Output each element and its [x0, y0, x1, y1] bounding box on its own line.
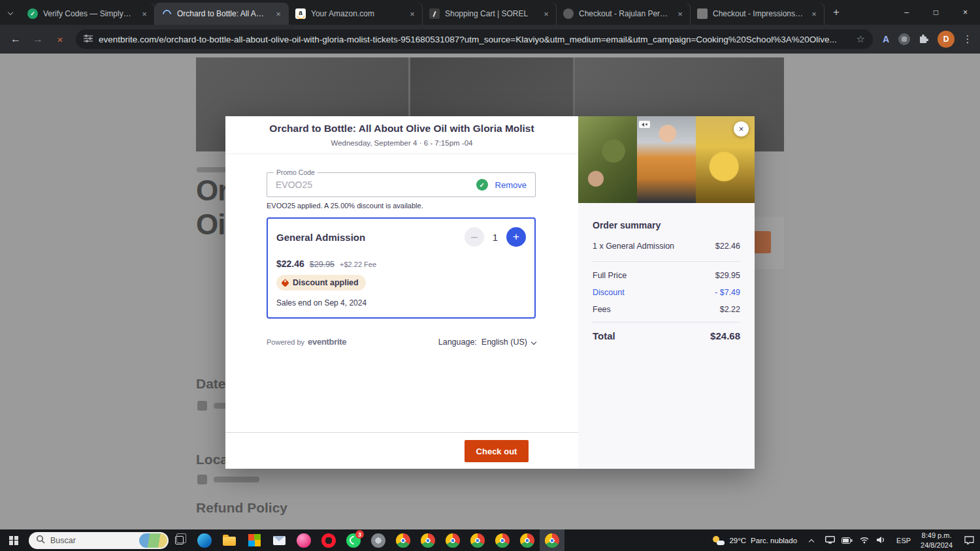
tab-title: Verify Codes — SimplyCodes: [43, 9, 134, 18]
tab-rajulan[interactable]: Checkout - Rajulan Perfumery ×: [557, 3, 691, 25]
chrome-icon: [421, 533, 435, 548]
tab-close-icon[interactable]: ×: [273, 8, 284, 19]
impressions-favicon: [697, 8, 708, 19]
chrome-icon: [545, 533, 559, 548]
system-tray: 29°C Parc. nublado ESP 8:49: [706, 529, 980, 551]
chevron-up-icon: [809, 539, 814, 544]
summary-divider: [593, 322, 740, 323]
line-item-value: $22.46: [715, 242, 740, 251]
search-label: Buscar: [50, 536, 76, 545]
modal-close-button[interactable]: ×: [734, 121, 749, 136]
promo-remove-link[interactable]: Remove: [495, 180, 527, 190]
ad-choices-icon[interactable]: [639, 121, 650, 128]
tabs: Verify Codes — SimplyCodes × Orchard to …: [21, 0, 825, 25]
taskbar-app-whatsapp[interactable]: 3: [341, 529, 366, 551]
stop-loading-button[interactable]: ×: [49, 28, 71, 50]
tab-close-icon[interactable]: ×: [139, 8, 150, 19]
action-center-button[interactable]: [958, 536, 980, 544]
taskbar-app-opera[interactable]: [316, 529, 341, 551]
bookmark-star-icon[interactable]: ☆: [857, 33, 865, 45]
tab-close-icon[interactable]: ×: [407, 8, 417, 19]
extensions-puzzle-icon[interactable]: [914, 34, 932, 44]
event-title: Orchard to Bottle: All About Olive Oil w…: [225, 123, 578, 134]
ticket-card: General Admission – 1 + $22.46 $29.95 +$…: [267, 217, 536, 319]
taskbar-app-gray[interactable]: [366, 529, 391, 551]
tray-volume-icon[interactable]: [876, 535, 886, 546]
row-label: Discount: [593, 288, 625, 297]
chrome-icon: [396, 533, 410, 548]
tab-strip: Verify Codes — SimplyCodes × Orchard to …: [0, 0, 980, 25]
screen: Verify Codes — SimplyCodes × Orchard to …: [0, 0, 980, 551]
new-tab-button[interactable]: +: [827, 3, 845, 22]
host-portrait-photo: [637, 116, 696, 203]
task-view-button[interactable]: [169, 529, 192, 551]
order-summary: Order summary 1 x General Admission $22.…: [578, 203, 755, 341]
language-selector[interactable]: Language: English (US): [438, 338, 536, 347]
tray-icons: [819, 535, 892, 546]
event-datetime: Wednesday, September 4 · 6 - 7:15pm -04: [225, 139, 578, 147]
tab-eventbrite-active[interactable]: Orchard to Bottle: All About Olive ×: [155, 3, 289, 25]
window-minimize-button[interactable]: –: [892, 0, 921, 25]
quantity-decrease-button[interactable]: –: [465, 227, 484, 247]
taskbar-app-store[interactable]: [242, 529, 267, 551]
checkout-button[interactable]: Check out: [465, 440, 529, 462]
microsoft-grid-icon: [248, 534, 261, 546]
promo-applied-check-icon: ✓: [476, 179, 488, 191]
url-text: eventbrite.com/e/orchard-to-bottle-all-a…: [99, 35, 851, 44]
powered-by: Powered by eventbrite: [267, 337, 346, 347]
promo-code-value: EVOO25: [276, 180, 476, 190]
taskbar-app-chrome-5[interactable]: [490, 529, 515, 551]
tab-search-button[interactable]: [0, 0, 21, 25]
start-button[interactable]: [0, 529, 27, 551]
taskbar-app-chrome-1[interactable]: [391, 529, 416, 551]
tab-sorel[interactable]: Shopping Cart | SOREL ×: [423, 3, 557, 25]
taskbar-search-box[interactable]: Buscar: [29, 532, 169, 549]
discounted-price: $22.46: [276, 259, 304, 269]
taskbar-clock[interactable]: 8:49 p.m. 24/8/2024: [915, 531, 958, 550]
extension-circle-icon[interactable]: [898, 33, 910, 45]
taskbar-app-photos[interactable]: [291, 529, 316, 551]
tray-battery-icon[interactable]: [841, 535, 853, 546]
tab-close-icon[interactable]: ×: [541, 8, 551, 19]
tab-close-icon[interactable]: ×: [675, 8, 685, 19]
tab-title: Checkout - Rajulan Perfumery: [579, 9, 670, 18]
quantity-increase-button[interactable]: +: [506, 227, 526, 247]
weather-icon: [713, 536, 725, 545]
summary-line-item: 1 x General Admission $22.46: [593, 242, 740, 251]
taskbar-app-chrome-4[interactable]: [465, 529, 490, 551]
taskbar-weather-widget[interactable]: 29°C Parc. nublado: [706, 536, 804, 545]
extension-a-icon[interactable]: A: [877, 31, 894, 48]
modal-body: Promo Code EVOO25 ✓ Remove EVOO25 applie…: [267, 154, 536, 347]
tag-icon: [281, 279, 289, 287]
tray-display-icon[interactable]: [825, 535, 835, 546]
quantity-stepper: – 1 +: [465, 227, 526, 247]
search-highlight-thumbnail: [139, 533, 167, 548]
taskbar-app-file-explorer[interactable]: [217, 529, 242, 551]
keyboard-language-indicator[interactable]: ESP: [892, 537, 915, 544]
browser-menu-icon[interactable]: ⋮: [960, 33, 975, 45]
tab-simplycodes[interactable]: Verify Codes — SimplyCodes ×: [21, 3, 155, 25]
window-maximize-button[interactable]: □: [921, 0, 951, 25]
site-settings-icon[interactable]: [84, 33, 93, 45]
chevron-down-icon: [8, 10, 13, 15]
tray-network-icon[interactable]: [859, 535, 870, 546]
loading-spinner-icon: [161, 8, 172, 20]
taskbar-app-chrome-3[interactable]: [440, 529, 465, 551]
rajulan-favicon: [563, 8, 574, 19]
tab-amazon[interactable]: Your Amazon.com ×: [289, 3, 423, 25]
taskbar-app-chrome-6[interactable]: [515, 529, 540, 551]
address-bar[interactable]: eventbrite.com/e/orchard-to-bottle-all-a…: [76, 29, 873, 49]
taskbar-app-edge[interactable]: [192, 529, 217, 551]
hidden-icons-button[interactable]: [804, 537, 819, 544]
taskbar-app-chrome-active[interactable]: [540, 529, 564, 551]
taskbar-app-chrome-2[interactable]: [416, 529, 440, 551]
order-summary-title: Order summary: [593, 220, 740, 230]
forward-button[interactable]: →: [27, 28, 49, 50]
taskbar-app-mail[interactable]: [267, 529, 291, 551]
window-close-button[interactable]: ×: [951, 0, 980, 25]
profile-avatar[interactable]: D: [938, 31, 955, 48]
promo-code-input[interactable]: Promo Code EVOO25 ✓ Remove: [267, 172, 536, 197]
back-button[interactable]: ←: [5, 28, 27, 50]
tab-close-icon[interactable]: ×: [809, 8, 819, 19]
tab-impressions[interactable]: Checkout - Impressions Online Bo ×: [691, 3, 825, 25]
